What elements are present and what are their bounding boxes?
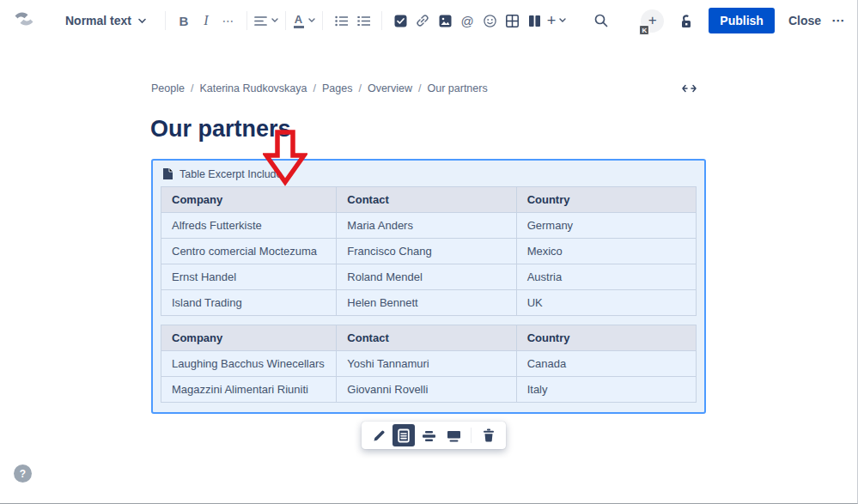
layout-wide-button[interactable] [417, 424, 440, 446]
chevron-down-icon [138, 18, 146, 24]
chevron-down-icon [559, 18, 566, 23]
toolbar-right-group: K + Publish Close ⋯ [590, 8, 845, 33]
table-cell: Austria [516, 264, 696, 290]
table-button[interactable] [501, 9, 523, 32]
alignment-button[interactable] [254, 9, 278, 32]
edit-macro-button[interactable] [368, 424, 390, 446]
macro-header: Table Excerpt Include [153, 161, 704, 186]
user-avatar[interactable]: K [621, 8, 647, 33]
avatar-badge: K [639, 25, 649, 35]
table-cell: Francisco Chang [337, 239, 516, 264]
link-button[interactable] [411, 9, 434, 32]
task-list-button[interactable] [389, 9, 411, 32]
layout-center-button[interactable] [392, 424, 415, 446]
table-row: Ernst HandelRoland MendelAustria [161, 264, 697, 290]
breadcrumb-item[interactable]: Overview [368, 82, 412, 94]
table-cell: Magazzini Alimentari Riuniti [161, 377, 337, 403]
document-icon [162, 167, 173, 180]
page-title[interactable]: Our partners [150, 116, 291, 143]
table-cell: Centro comercial Moctezuma [161, 239, 337, 264]
toolbar-divider [165, 11, 166, 30]
confluence-editor: { "toolbar": { "style_dropdown_label": "… [0, 0, 858, 504]
confluence-logo-icon [12, 8, 36, 33]
column-header: Contact [337, 187, 516, 213]
search-icon [593, 13, 609, 28]
emoji-button[interactable] [478, 9, 501, 32]
excerpt-table: CompanyContactCountryLaughing Bacchus Wi… [161, 325, 697, 403]
mention-button[interactable]: @ [456, 9, 478, 32]
breadcrumb-item[interactable]: People [151, 82, 185, 94]
expand-width-button[interactable] [678, 81, 700, 96]
text-color-button[interactable]: A [293, 9, 315, 32]
bullet-list-button[interactable] [330, 9, 352, 32]
table-cell: Island Trading [161, 290, 337, 316]
layout-full-width-icon [447, 429, 461, 442]
excerpt-table: CompanyContactCountryAlfreds Futterkiste… [161, 186, 697, 316]
table-row: Magazzini Alimentari RiunitiGiovanni Rov… [161, 377, 697, 403]
table-row: Centro comercial MoctezumaFrancisco Chan… [161, 239, 697, 264]
column-header: Contact [337, 325, 516, 351]
table-icon [506, 15, 519, 27]
pencil-icon [373, 429, 386, 442]
breadcrumb-separator: / [358, 82, 361, 94]
numbered-list-button[interactable] [352, 9, 374, 32]
trash-icon [483, 428, 495, 442]
breadcrumb-separator: / [191, 82, 193, 94]
table-cell: Alfreds Futterkiste [161, 213, 337, 239]
task-checkbox-icon [394, 15, 407, 27]
align-left-icon [254, 15, 267, 27]
table-cell: Laughing Bacchus Winecellars [161, 351, 337, 377]
table-cell: Giovanni Rovelli [337, 377, 516, 403]
table-header-row: CompanyContactCountry [161, 325, 697, 351]
layout-center-icon [397, 428, 411, 443]
table-excerpt-include-macro[interactable]: Table Excerpt Include CompanyContactCoun… [151, 159, 706, 414]
plus-icon: + [547, 13, 557, 28]
table-gap [161, 316, 697, 325]
more-formatting-button[interactable]: ⋯ [217, 9, 240, 32]
search-button[interactable] [590, 9, 612, 32]
chevron-down-icon [308, 18, 315, 23]
toolbar-divider [246, 11, 247, 30]
column-header: Country [516, 187, 696, 213]
macro-floating-toolbar [362, 422, 506, 449]
table-cell: UK [516, 290, 696, 316]
layout-wide-icon [422, 429, 436, 442]
table-cell: Italy [516, 377, 696, 403]
column-header: Country [516, 325, 696, 351]
table-cell: Helen Bennett [337, 290, 516, 316]
breadcrumb-item[interactable]: Pages [322, 82, 352, 94]
table-cell: Mexico [516, 239, 696, 264]
breadcrumb-item[interactable]: Our partners [428, 82, 488, 94]
breadcrumb-item[interactable]: Katerina Rudkovskaya [199, 82, 307, 94]
layouts-button[interactable] [523, 9, 545, 32]
chevron-down-icon [271, 18, 278, 23]
breadcrumb: People/Katerina Rudkovskaya/Pages/Overvi… [151, 82, 488, 94]
close-button[interactable]: Close [788, 14, 821, 27]
help-button[interactable]: ? [14, 465, 32, 483]
restrictions-button[interactable] [674, 9, 697, 32]
columns-layout-icon [528, 15, 541, 27]
more-actions-button[interactable]: ⋯ [831, 13, 845, 28]
breadcrumb-separator: / [313, 82, 316, 94]
link-icon [416, 14, 429, 27]
toolbar-divider [322, 11, 323, 30]
numbered-list-icon [357, 15, 370, 27]
italic-button[interactable]: I [195, 9, 217, 32]
table-header-row: CompanyContactCountry [161, 187, 697, 213]
table-cell: Roland Mendel [337, 264, 516, 290]
column-header: Company [161, 187, 337, 213]
expand-arrows-icon [682, 84, 697, 93]
text-style-dropdown[interactable]: Normal text [65, 14, 146, 27]
table-cell: Canada [516, 351, 696, 377]
insert-button[interactable]: + [545, 9, 568, 32]
image-button[interactable] [434, 9, 456, 32]
toolbar-divider [471, 428, 472, 443]
bold-button[interactable]: B [173, 9, 195, 32]
table-cell: Germany [516, 213, 696, 239]
table-cell: Maria Anders [337, 213, 516, 239]
delete-macro-button[interactable] [478, 424, 500, 446]
publish-button[interactable]: Publish [709, 8, 775, 33]
text-color-icon: A [294, 14, 304, 28]
layout-full-width-button[interactable] [442, 424, 465, 446]
emoji-icon [484, 15, 496, 27]
